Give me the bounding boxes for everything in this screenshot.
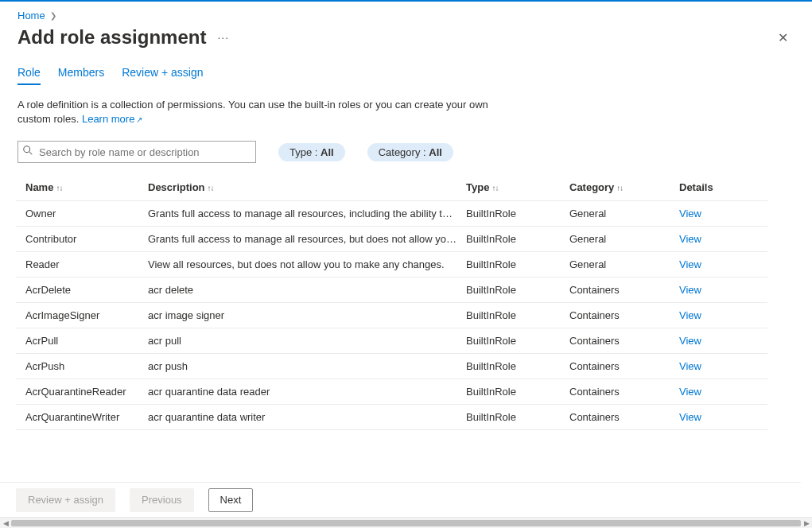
cell-description: acr quarantine data writer xyxy=(148,411,466,423)
cell-category: General xyxy=(569,233,679,245)
cell-type: BuiltInRole xyxy=(466,360,569,372)
external-link-icon: ↗ xyxy=(136,115,142,124)
cell-description: acr delete xyxy=(148,284,466,296)
view-link[interactable]: View xyxy=(679,309,701,321)
sort-icon: ↑↓ xyxy=(616,184,623,192)
sort-icon: ↑↓ xyxy=(56,184,62,192)
breadcrumb: Home ❯ xyxy=(16,6,796,25)
cell-description: Grants full access to manage all resourc… xyxy=(148,233,466,245)
close-icon: ✕ xyxy=(778,31,788,45)
search-input[interactable] xyxy=(17,141,256,163)
cell-description: acr image signer xyxy=(148,309,466,321)
cell-name: Reader xyxy=(16,258,148,270)
table-row[interactable]: AcrQuarantineWriteracr quarantine data w… xyxy=(16,405,767,430)
cell-name: AcrPush xyxy=(16,360,148,372)
cell-name: AcrPull xyxy=(16,335,148,347)
cell-name: AcrImageSigner xyxy=(16,309,148,321)
view-link[interactable]: View xyxy=(679,258,701,270)
cell-name: Contributor xyxy=(16,233,148,245)
sort-icon: ↑↓ xyxy=(208,184,214,192)
cell-name: AcrQuarantineReader xyxy=(16,386,148,398)
tab-review-assign[interactable]: Review + assign xyxy=(122,66,203,85)
table-row[interactable]: ReaderView all resources, but does not a… xyxy=(16,252,767,278)
tab-description: A role definition is a collection of per… xyxy=(16,85,509,138)
cell-description: acr push xyxy=(148,360,466,372)
view-link[interactable]: View xyxy=(679,360,701,372)
view-link[interactable]: View xyxy=(679,284,701,296)
cell-name: AcrQuarantineWriter xyxy=(16,411,148,423)
column-header-details: Details xyxy=(679,181,751,193)
cell-type: BuiltInRole xyxy=(466,258,569,270)
previous-button: Previous xyxy=(130,488,194,512)
cell-category: Containers xyxy=(569,411,679,423)
view-link[interactable]: View xyxy=(679,208,701,219)
search-input-container xyxy=(17,141,256,163)
cell-name: Owner xyxy=(16,208,148,219)
column-header-category[interactable]: Category↑↓ xyxy=(569,181,679,193)
cell-name: AcrDelete xyxy=(16,284,148,296)
cell-description: Grants full access to manage all resourc… xyxy=(148,208,466,219)
table-row[interactable]: AcrDeleteacr deleteBuiltInRoleContainers… xyxy=(16,278,767,303)
review-assign-button: Review + assign xyxy=(16,488,115,512)
table-row[interactable]: AcrQuarantineReaderacr quarantine data r… xyxy=(16,379,767,405)
cell-type: BuiltInRole xyxy=(466,335,569,347)
learn-more-link[interactable]: Learn more↗ xyxy=(82,113,142,125)
view-link[interactable]: View xyxy=(679,411,701,423)
cell-category: Containers xyxy=(569,386,679,398)
cell-description: View all resources, but does not allow y… xyxy=(148,258,466,270)
column-header-description[interactable]: Description↑↓ xyxy=(148,181,466,193)
view-link[interactable]: View xyxy=(679,335,701,347)
svg-point-0 xyxy=(24,146,30,153)
column-header-name[interactable]: Name↑↓ xyxy=(16,181,148,193)
cell-description: acr quarantine data reader xyxy=(148,386,466,398)
chevron-right-icon: ❯ xyxy=(50,11,56,20)
roles-table: Name↑↓ Description↑↓ Type↑↓ Category↑↓ D… xyxy=(16,174,767,430)
tab-role[interactable]: Role xyxy=(17,66,41,85)
cell-type: BuiltInRole xyxy=(466,386,569,398)
cell-type: BuiltInRole xyxy=(466,309,569,321)
view-link[interactable]: View xyxy=(679,386,701,398)
scroll-left-icon: ◀ xyxy=(0,518,11,529)
cell-type: BuiltInRole xyxy=(466,233,569,245)
more-actions-button[interactable]: ··· xyxy=(217,31,229,44)
svg-line-1 xyxy=(29,152,33,155)
table-row[interactable]: AcrPullacr pullBuiltInRoleContainersView xyxy=(16,328,767,354)
view-link[interactable]: View xyxy=(679,233,701,245)
cell-category: General xyxy=(569,208,679,219)
wizard-footer: Review + assign Previous Next xyxy=(0,482,801,517)
column-header-type[interactable]: Type↑↓ xyxy=(466,181,569,193)
close-button[interactable]: ✕ xyxy=(771,27,795,49)
cell-category: General xyxy=(569,258,679,270)
scroll-right-icon: ▶ xyxy=(801,518,812,529)
table-row[interactable]: OwnerGrants full access to manage all re… xyxy=(16,201,767,227)
type-filter-pill[interactable]: Type : All xyxy=(278,143,345,161)
cell-description: acr pull xyxy=(148,335,466,347)
tab-members[interactable]: Members xyxy=(58,66,104,85)
wizard-tabs: Role Members Review + assign xyxy=(16,55,796,85)
cell-category: Containers xyxy=(569,309,679,321)
cell-type: BuiltInRole xyxy=(466,411,569,423)
breadcrumb-home[interactable]: Home xyxy=(17,10,45,21)
category-filter-pill[interactable]: Category : All xyxy=(367,143,453,161)
table-row[interactable]: ContributorGrants full access to manage … xyxy=(16,227,767,252)
search-icon xyxy=(22,145,33,158)
table-row[interactable]: AcrImageSigneracr image signerBuiltInRol… xyxy=(16,303,767,328)
cell-category: Containers xyxy=(569,360,679,372)
cell-type: BuiltInRole xyxy=(466,284,569,296)
sort-icon: ↑↓ xyxy=(491,184,498,192)
cell-category: Containers xyxy=(569,284,679,296)
cell-type: BuiltInRole xyxy=(466,208,569,219)
table-row[interactable]: AcrPushacr pushBuiltInRoleContainersView xyxy=(16,354,767,379)
cell-category: Containers xyxy=(569,335,679,347)
page-title: Add role assignment xyxy=(17,26,206,49)
horizontal-scrollbar[interactable]: ◀ ▶ xyxy=(0,517,812,528)
table-header-row: Name↑↓ Description↑↓ Type↑↓ Category↑↓ D… xyxy=(16,174,767,201)
next-button[interactable]: Next xyxy=(208,488,254,512)
